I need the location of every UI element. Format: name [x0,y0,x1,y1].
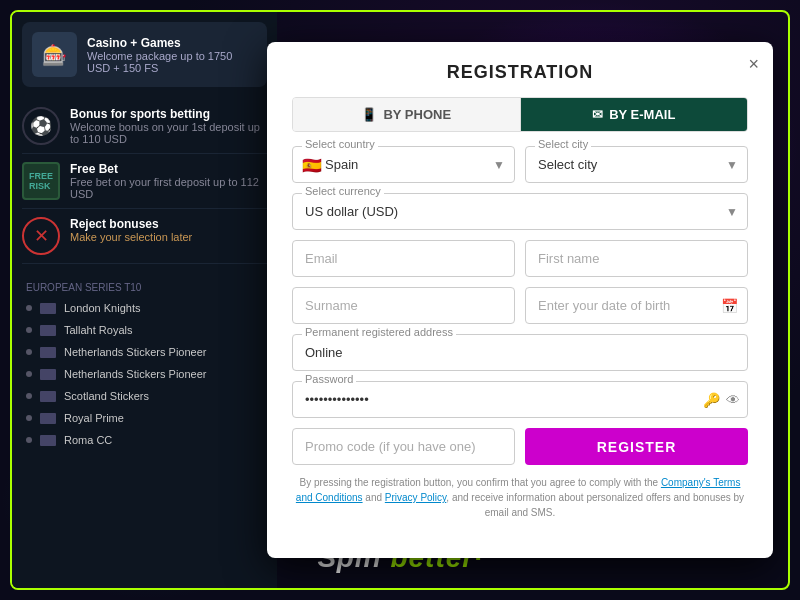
bonus-reject-text: Reject bonuses Make your selection later [70,217,192,243]
list-item: Tallaht Royals [22,319,267,341]
list-item: London Knights [22,297,267,319]
casino-subtitle: Welcome package up to 1750 USD + 150 FS [87,50,257,74]
bonus-freebet-sub: Free bet on your first deposit up to 112… [70,176,267,200]
casino-text: Casino + Games Welcome package up to 175… [87,36,257,74]
list-item: Roma CC [22,429,267,451]
password-hide-icon[interactable]: 👁 [726,392,740,408]
city-label: Select city [535,138,591,150]
promo-group [292,428,515,465]
list-item: Royal Prime [22,407,267,429]
password-row: Password 🔑 👁 [292,381,748,418]
country-flag: 🇪🇸 [302,155,322,174]
country-label: Select country [302,138,378,150]
country-select[interactable]: Spain [292,146,515,183]
tab-bar: 📱 BY PHONE ✉ BY E-MAIL [292,97,748,132]
bonus-freebet-title: Free Bet [70,162,267,176]
tab-email[interactable]: ✉ BY E-MAIL [521,98,748,131]
currency-label: Select currency [302,185,384,197]
bonus-reject-sub: Make your selection later [70,231,192,243]
city-group: Select city Select city ▼ [525,146,748,183]
bonus-sports-text: Bonus for sports betting Welcome bonus o… [70,107,267,145]
terms-before: By pressing the registration button, you… [300,477,661,488]
close-button[interactable]: × [748,54,759,75]
bonus-freebet-text: Free Bet Free bet on your first deposit … [70,162,267,200]
bonus-reject: ✕ Reject bonuses Make your selection lat… [22,209,267,264]
tab-email-label: BY E-MAIL [609,107,675,122]
address-group: Permanent registered address [292,334,748,371]
terms-mid: and [363,492,385,503]
main-container: 🎰 Casino + Games Welcome package up to 1… [10,10,790,590]
sidebar-list: European Series T10 London Knights Talla… [22,274,267,451]
surname-input[interactable] [292,287,515,324]
address-input[interactable] [292,334,748,371]
register-button[interactable]: REGISTER [525,428,748,465]
bonus-sports-title: Bonus for sports betting [70,107,267,121]
section-label: European Series T10 [22,274,267,297]
email-icon: ✉ [592,107,603,122]
password-input[interactable] [292,381,748,418]
firstname-input[interactable] [525,240,748,277]
terms-after: , and receive information about personal… [446,492,744,518]
bonus-freebet: FREERISK Free Bet Free bet on your first… [22,154,267,209]
list-item: Netherlands Stickers Pioneer [22,341,267,363]
promo-input[interactable] [292,428,515,465]
currency-select[interactable]: US dollar (USD) [292,193,748,230]
country-city-row: Select country 🇪🇸 Spain ▼ Select city Se… [292,146,748,183]
tab-phone-label: BY PHONE [383,107,451,122]
terms-text: By pressing the registration button, you… [292,475,748,520]
password-group: Password 🔑 👁 [292,381,748,418]
dob-input[interactable] [525,287,748,324]
city-select[interactable]: Select city [525,146,748,183]
casino-banner: 🎰 Casino + Games Welcome package up to 1… [22,22,267,87]
country-group: Select country 🇪🇸 Spain ▼ [292,146,515,183]
currency-group: Select currency US dollar (USD) ▼ [292,193,748,230]
address-label: Permanent registered address [302,326,456,338]
casino-icon: 🎰 [32,32,77,77]
phone-icon: 📱 [361,107,377,122]
sports-icon: ⚽ [22,107,60,145]
bonus-sports: ⚽ Bonus for sports betting Welcome bonus… [22,99,267,154]
address-row: Permanent registered address [292,334,748,371]
email-firstname-row [292,240,748,277]
password-label: Password [302,373,356,385]
dob-group: 📅 [525,287,748,324]
sidebar: 🎰 Casino + Games Welcome package up to 1… [12,12,277,588]
firstname-group [525,240,748,277]
reject-icon: ✕ [22,217,60,255]
registration-modal: × REGISTRATION 📱 BY PHONE ✉ BY E-MAIL Se… [267,42,773,558]
terms-link2[interactable]: Privacy Policy [385,492,447,503]
bonus-sports-sub: Welcome bonus on your 1st deposit up to … [70,121,267,145]
email-group [292,240,515,277]
password-show-icon[interactable]: 🔑 [703,392,720,408]
password-icons: 🔑 👁 [703,392,740,408]
tab-phone[interactable]: 📱 BY PHONE [293,98,521,131]
email-input[interactable] [292,240,515,277]
currency-row: Select currency US dollar (USD) ▼ [292,193,748,230]
list-item: Netherlands Stickers Pioneer [22,363,267,385]
surname-group [292,287,515,324]
modal-title: REGISTRATION [292,62,748,83]
free-risk-icon: FREERISK [22,162,60,200]
casino-title: Casino + Games [87,36,257,50]
promo-register-row: REGISTER [292,428,748,465]
bonus-reject-title: Reject bonuses [70,217,192,231]
surname-dob-row: 📅 [292,287,748,324]
list-item: Scotland Stickers [22,385,267,407]
